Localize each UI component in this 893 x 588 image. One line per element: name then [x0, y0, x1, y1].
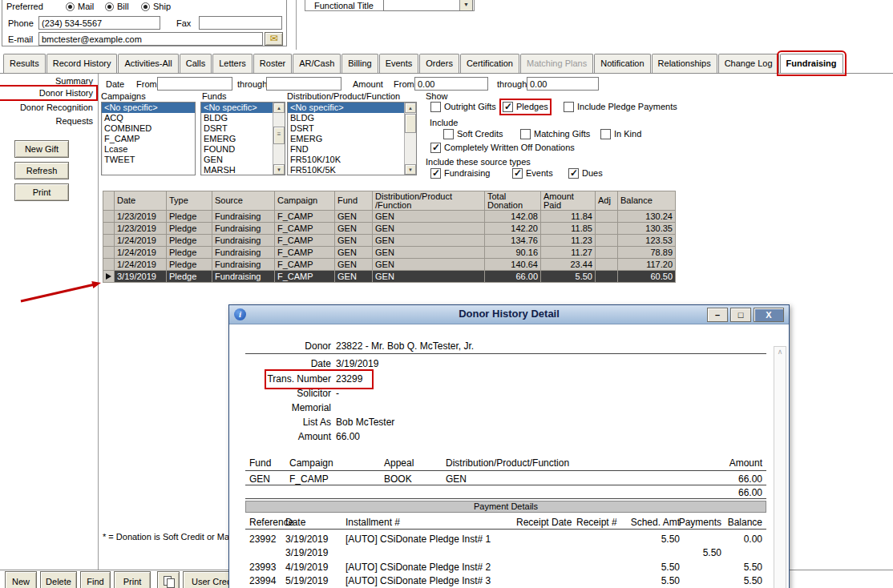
scroll-down-icon[interactable]: ▼ — [405, 164, 416, 175]
dialog-titlebar[interactable]: i Donor History Detail – □ X — [229, 305, 789, 324]
distribution-option[interactable]: FR510K/5K — [288, 165, 416, 175]
fundraising-checkbox[interactable] — [430, 168, 441, 179]
amount-through-label: through — [497, 79, 527, 89]
tab-change-log[interactable]: Change Log — [718, 54, 779, 73]
grid-cell: 1/23/2019 — [115, 223, 167, 235]
tab-notification[interactable]: Notification — [594, 54, 650, 73]
col-header-balance[interactable]: Balance — [618, 191, 676, 211]
close-button[interactable]: X — [754, 308, 784, 322]
table-row[interactable]: 1/24/2019 Pledge Fundraising F_CAMP GEN … — [103, 259, 676, 271]
pledges-checkbox[interactable] — [503, 102, 513, 112]
copy-button[interactable] — [157, 571, 180, 588]
col-header-campaign[interactable]: Campaign — [275, 191, 335, 211]
preferred-ship-radio[interactable]: Ship — [141, 2, 171, 11]
tab-certification[interactable]: Certification — [460, 54, 519, 73]
grid-cell: GEN — [373, 271, 485, 283]
col-header-source[interactable]: Source — [212, 191, 275, 211]
amount-through-input[interactable] — [527, 77, 599, 91]
scroll-up-icon[interactable]: ▲ — [273, 103, 285, 113]
tab-record-history[interactable]: Record History — [46, 54, 118, 73]
campaigns-option[interactable]: ACQ — [102, 113, 195, 123]
phone-input[interactable] — [38, 16, 160, 30]
col-header-amount-paid[interactable]: Amount Paid — [541, 191, 596, 211]
new-gift-button[interactable]: New Gift — [14, 140, 69, 158]
distribution-option[interactable]: FND — [288, 144, 416, 155]
scrollbar-thumb[interactable] — [405, 114, 416, 133]
new-button[interactable]: New — [5, 571, 37, 588]
functional-title-combo[interactable]: ▼ — [383, 0, 473, 11]
grid-cell: F_CAMP — [275, 271, 335, 283]
distribution-option[interactable]: BLDG — [288, 113, 416, 123]
table-row[interactable]: 1/23/2019 Pledge Fundraising F_CAMP GEN … — [103, 211, 676, 223]
col-header-fund[interactable]: Fund — [335, 191, 373, 211]
campaigns-option[interactable]: <No specific> — [102, 103, 195, 113]
distribution-scrollbar[interactable]: ▲ ▼ — [404, 103, 416, 175]
distribution-option[interactable]: DSRT — [288, 123, 416, 134]
scroll-down-icon[interactable]: ▼ — [273, 164, 285, 175]
sidebar-item-summary[interactable]: Summary — [2, 76, 95, 86]
date-from-input[interactable] — [157, 77, 232, 91]
field-label: Trans. Number — [243, 373, 331, 385]
written-off-checkbox[interactable] — [430, 143, 441, 153]
dialog-scrollbar[interactable]: ∧ — [774, 346, 786, 588]
preferred-bill-radio[interactable]: Bill — [105, 2, 129, 11]
table-row[interactable]: 1/24/2019 Pledge Fundraising F_CAMP GEN … — [103, 247, 676, 259]
tab-orders[interactable]: Orders — [419, 54, 459, 73]
preferred-mail-radio[interactable]: Mail — [66, 2, 94, 11]
scrollbar-thumb[interactable]: ≡ — [273, 127, 285, 144]
find-button[interactable]: Find — [80, 571, 111, 588]
refresh-button[interactable]: Refresh — [14, 162, 69, 179]
col-header-type[interactable]: Type — [167, 191, 212, 211]
sidebar-item-requests[interactable]: Requests — [2, 116, 95, 126]
minimize-button[interactable]: – — [707, 308, 728, 322]
matching-gifts-checkbox[interactable] — [520, 129, 531, 139]
scroll-up-icon[interactable]: ∧ — [774, 348, 786, 356]
table-row[interactable]: 1/23/2019 Pledge Fundraising F_CAMP GEN … — [103, 223, 676, 235]
print-button[interactable]: Print — [14, 183, 69, 201]
soft-credits-checkbox[interactable] — [443, 129, 454, 139]
date-through-input[interactable] — [266, 77, 341, 91]
outright-gifts-checkbox[interactable] — [430, 102, 441, 112]
sidebar-item-donor-recognition[interactable]: Donor Recognition — [2, 103, 95, 112]
distribution-option[interactable]: EMERG — [288, 134, 416, 144]
tab-fundraising[interactable]: Fundraising — [780, 54, 843, 73]
tab-results[interactable]: Results — [3, 54, 46, 73]
col-header-adj[interactable]: Adj — [596, 191, 618, 211]
grid-cell: 60.50 — [618, 271, 676, 283]
col-header-distribution[interactable]: Distribution/Product /Function — [373, 191, 485, 211]
campaigns-option[interactable]: Lcase — [102, 144, 195, 155]
scroll-up-icon[interactable]: ▲ — [405, 103, 416, 113]
tab-ar-cash[interactable]: AR/Cash — [293, 54, 341, 73]
tab-letters[interactable]: Letters — [212, 54, 253, 73]
campaigns-option[interactable]: TWEET — [102, 155, 195, 165]
campaigns-option[interactable]: F_CAMP — [102, 134, 195, 144]
fax-input[interactable] — [199, 16, 282, 30]
email-input[interactable] — [38, 32, 263, 46]
table-row-selected[interactable]: 3/19/2019 Pledge Fundraising F_CAMP GEN … — [103, 271, 676, 283]
tab-calls[interactable]: Calls — [180, 54, 212, 73]
tab-billing[interactable]: Billing — [341, 54, 378, 73]
distribution-option[interactable]: <No specific> — [288, 103, 416, 113]
funds-label: Funds — [202, 91, 227, 101]
tab-events[interactable]: Events — [379, 54, 419, 73]
field-label: Amount — [243, 431, 331, 442]
tab-activities-all[interactable]: Activities-All — [118, 54, 178, 73]
events-checkbox[interactable] — [512, 168, 523, 179]
table-row[interactable]: 1/24/2019 Pledge Fundraising F_CAMP GEN … — [103, 235, 676, 247]
col-header-date[interactable]: Date — [115, 191, 167, 211]
campaigns-option[interactable]: COMBINED — [102, 123, 195, 134]
send-email-button[interactable]: ✉ — [265, 32, 283, 46]
col-header-total-donation[interactable]: Total Donation — [485, 191, 541, 211]
delete-button[interactable]: Delete — [40, 571, 77, 588]
funds-scrollbar[interactable]: ▲ ≡ ▼ — [273, 103, 285, 175]
dues-checkbox[interactable] — [568, 168, 579, 179]
include-pledge-payments-checkbox[interactable] — [564, 102, 574, 112]
sidebar-item-donor-history[interactable]: Donor History — [2, 88, 95, 98]
tab-relationships[interactable]: Relationships — [652, 54, 717, 73]
amount-from-input[interactable] — [414, 77, 488, 91]
in-kind-checkbox[interactable] — [600, 129, 611, 139]
print-toolbar-button[interactable]: Print — [114, 571, 151, 588]
maximize-button[interactable]: □ — [730, 308, 751, 322]
distribution-option[interactable]: FR510K/10K — [288, 155, 416, 165]
tab-roster[interactable]: Roster — [253, 54, 292, 73]
